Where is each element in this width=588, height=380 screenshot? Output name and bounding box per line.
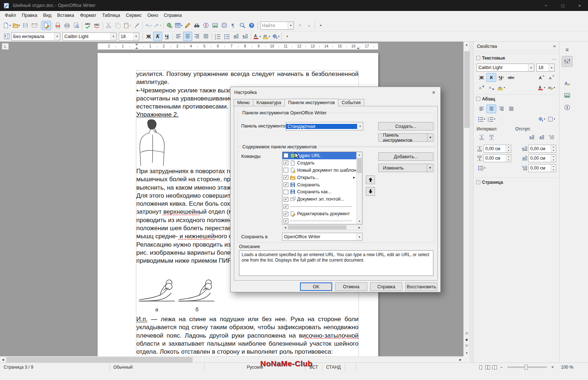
list-horizontal-scrollbar[interactable]: ◀ ▶ [282, 225, 363, 230]
font-name-select[interactable]: Calibri Light▼ [62, 33, 117, 41]
command-checkbox[interactable]: ✓ [284, 218, 288, 223]
chevron-down-icon[interactable]: ▼ [288, 22, 293, 29]
export-pdf-button[interactable]: ▾ [53, 21, 62, 30]
sidebar-tab-properties[interactable] [562, 56, 573, 67]
find-input[interactable]: Найти ▼ [260, 22, 294, 30]
dialog-toolbar-select[interactable]: Стандартная▼ [286, 122, 363, 130]
sidebar-menu-button[interactable]: ≡ [562, 44, 573, 55]
scrollbar-thumb[interactable] [464, 51, 470, 128]
strikethrough-button[interactable]: abc [506, 73, 516, 82]
paragraph-style-select[interactable]: Без интервала▼ [11, 33, 60, 41]
spacing-above-preset-button[interactable] [477, 133, 486, 142]
figure-lying-exercise[interactable] [138, 265, 216, 307]
spacing-above-field[interactable]: 0,00 см▲▼ [483, 145, 511, 153]
print-preview-button[interactable]: ▾ [72, 21, 81, 30]
superscript-button[interactable] [477, 83, 486, 92]
zoom-slider-thumb[interactable] [524, 365, 528, 370]
command-checkbox[interactable]: ✓ [284, 168, 288, 172]
spinner[interactable]: ▲▼ [551, 145, 556, 152]
command-row[interactable]: ✓ Адрес URL ▶ [282, 152, 356, 159]
data-sources-button[interactable]: ▾ [220, 21, 229, 30]
command-row[interactable]: ✓ Открыть... ▶ [282, 174, 356, 181]
dialog-close-button[interactable]: × [432, 89, 435, 95]
scroll-right-icon[interactable]: ▶ [458, 357, 463, 362]
toolbar-button[interactable]: ▾ [52, 22, 52, 29]
figure-back-exercise[interactable] [137, 119, 167, 167]
bold-button[interactable]: Ж [144, 32, 153, 41]
ok-button[interactable]: OK [300, 282, 332, 291]
justify-button[interactable] [201, 32, 210, 41]
commands-list[interactable]: ✓ Адрес URL ▶ ✓ Создать ▶ [282, 152, 363, 224]
numbered-list-button[interactable] [213, 32, 222, 41]
indent-before-field[interactable]: 0,00 см▲▼ [528, 145, 556, 153]
decrease-indent-button[interactable] [231, 32, 240, 41]
sidebar-align-left-button[interactable] [477, 104, 486, 113]
page-style-indicator[interactable]: Обычный [110, 363, 205, 372]
maximize-button[interactable]: □ [554, 0, 571, 11]
minimize-button[interactable]: − [538, 0, 554, 11]
increase-indent-button[interactable] [240, 32, 250, 41]
command-checkbox[interactable]: ✓ [284, 182, 288, 187]
zoom-in-button[interactable]: + [550, 365, 555, 370]
dropdown-arrow-icon[interactable]: ▼ [427, 164, 433, 172]
command-row[interactable]: ✓ Новый документ по шаблон ▶ [282, 167, 356, 174]
scrollbar-thumb[interactable] [6, 357, 193, 362]
command-checkbox[interactable]: ✓ [284, 197, 288, 202]
spacing-below-field[interactable]: 0,00 см▲▼ [483, 154, 511, 162]
menu-item[interactable]: Окно [144, 12, 161, 19]
command-checkbox[interactable]: ✓ [284, 153, 288, 158]
command-row[interactable]: ✓ Создать ▶ [282, 159, 356, 167]
toolbar-button[interactable]: ▾ [142, 22, 143, 29]
edit-file-button[interactable]: ▾ [42, 21, 51, 30]
autospellcheck-button[interactable]: ▾ [92, 21, 102, 30]
character-style-button[interactable]: ▾ [546, 83, 556, 92]
sidebar-tab-navigator[interactable] [562, 102, 573, 113]
dialog-title-bar[interactable]: Настройка [231, 87, 440, 98]
spinner[interactable]: ▲▼ [551, 164, 556, 172]
cut-button[interactable]: ▾ [104, 21, 113, 30]
sidebar-tab-gallery[interactable] [562, 90, 573, 101]
menu-item[interactable]: Формат [77, 12, 99, 19]
scroll-down-icon[interactable]: ▼ [464, 350, 470, 356]
redo-button[interactable]: ▾ [153, 21, 162, 30]
section-paragraph[interactable]: − Абзац [474, 94, 559, 103]
background-color-button[interactable]: ▾ [271, 32, 280, 41]
command-row[interactable]: ✓ Сохранить как... ▶ [282, 188, 356, 195]
help-button[interactable]: ▾ [247, 21, 256, 30]
page-indicator[interactable]: Страница 3 / 9 [0, 363, 110, 372]
toolbar-menu-button[interactable]: Панель инструментов▼ [378, 133, 433, 142]
command-checkbox[interactable]: ✓ [284, 212, 288, 216]
align-right-button[interactable] [192, 32, 201, 41]
spinner[interactable]: ▲▼ [506, 145, 511, 152]
spellcheck-button[interactable]: ▾ [83, 21, 92, 30]
chevron-down-icon[interactable]: ▼ [549, 64, 554, 71]
menu-item[interactable]: Сервис [123, 12, 144, 19]
bullet-list-button[interactable] [222, 32, 231, 41]
new-button[interactable]: ▾ [2, 21, 12, 30]
command-checkbox[interactable]: ✓ [284, 204, 288, 209]
multi-page-view-button[interactable] [485, 365, 490, 370]
chevron-down-icon[interactable]: ▼ [356, 233, 362, 240]
scroll-right-icon[interactable]: ▶ [357, 225, 362, 230]
sidebar-justify-button[interactable] [506, 104, 516, 113]
increase-indent-button[interactable] [527, 133, 536, 142]
sidebar-align-right-button[interactable] [496, 104, 506, 113]
font-color-button[interactable]: ▾ [252, 32, 262, 41]
highlighting-button[interactable]: ▾ [262, 32, 271, 41]
reset-button[interactable]: Восстановить [405, 282, 437, 291]
indent-marker[interactable] [135, 44, 138, 46]
zoom-level[interactable]: 100 % [557, 365, 573, 370]
command-checkbox[interactable]: ✓ [284, 160, 288, 165]
sidebar-close-button[interactable]: × [553, 43, 556, 49]
modify-command-button[interactable]: Изменить▼ [378, 164, 433, 172]
navigator-button[interactable]: ▾ [201, 21, 210, 30]
find-next-button[interactable]: ▼ [295, 21, 304, 30]
line-spacing-button[interactable]: ▾ [477, 164, 486, 172]
spinner[interactable]: ▲▼ [551, 155, 556, 162]
scroll-left-icon[interactable]: ◀ [0, 357, 6, 362]
command-checkbox[interactable]: ✓ [284, 175, 288, 180]
right-indent-marker[interactable] [357, 47, 360, 49]
menu-item[interactable]: Вставка [54, 12, 77, 19]
chevron-down-icon[interactable]: ▼ [54, 33, 60, 40]
sidebar-font-name-select[interactable]: Calibri Light▼ [477, 64, 534, 72]
